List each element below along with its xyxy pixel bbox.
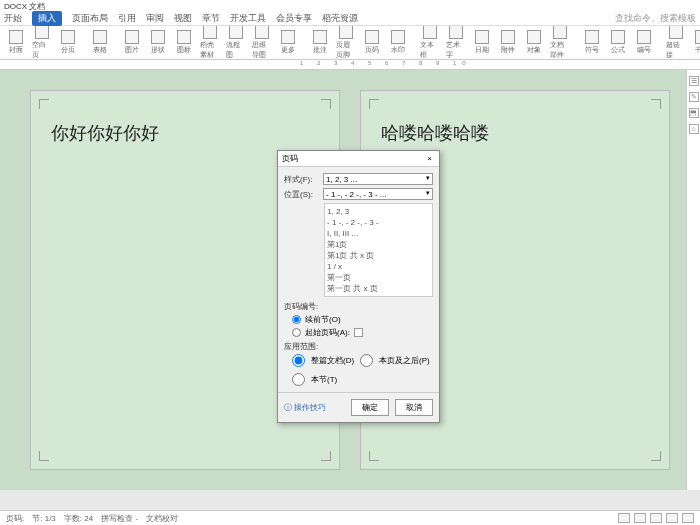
break-icon xyxy=(61,30,75,44)
cancel-button[interactable]: 取消 xyxy=(395,399,433,416)
ribbon-cover[interactable]: 封面 xyxy=(6,30,26,55)
format-option[interactable]: 第1页 xyxy=(327,239,430,250)
dialog-body: 样式(F): 1, 2, 3 ... 位置(S): - 1 -, - 2 -, … xyxy=(278,167,439,392)
format-option[interactable]: 第一页 共 x 页 xyxy=(327,283,430,294)
ribbon-pagenum[interactable]: 页码 xyxy=(362,30,382,55)
zoom-out-icon[interactable] xyxy=(666,513,678,523)
close-button[interactable]: × xyxy=(424,154,435,163)
tab-dev[interactable]: 开发工具 xyxy=(230,12,266,25)
tab-member[interactable]: 会员专享 xyxy=(276,12,312,25)
wordart-icon xyxy=(449,26,463,39)
status-spell[interactable]: 拼写检查 - xyxy=(101,513,138,524)
tab-review[interactable]: 审阅 xyxy=(146,12,164,25)
continue-radio[interactable] xyxy=(292,315,301,324)
side-tool-icon[interactable]: ✎ xyxy=(689,92,699,102)
view-mode-icon[interactable] xyxy=(634,513,646,523)
corner-icon xyxy=(39,451,49,461)
ribbon-link[interactable]: 超链接 xyxy=(666,26,686,60)
filename: DOCX 文档 xyxy=(4,1,45,12)
status-words[interactable]: 字数: 24 xyxy=(64,513,93,524)
zoom-in-icon[interactable] xyxy=(682,513,694,523)
view-mode-icon[interactable] xyxy=(650,513,662,523)
format-option[interactable]: 1 / x xyxy=(327,261,430,272)
tab-section[interactable]: 章节 xyxy=(202,12,220,25)
ribbon-more[interactable]: 更多 xyxy=(278,30,298,55)
flow-icon xyxy=(229,26,243,39)
numbering-label: 页码编号: xyxy=(284,301,433,312)
ok-button[interactable]: 确定 xyxy=(351,399,389,416)
position-select[interactable]: - 1 -, - 2 -, - 3 - ... xyxy=(323,188,433,200)
status-page[interactable]: 页码: xyxy=(6,513,24,524)
status-doc[interactable]: 文档校对 xyxy=(146,513,178,524)
ribbon-comment[interactable]: 批注 xyxy=(310,30,330,55)
parts-icon xyxy=(553,26,567,39)
ribbon-flow[interactable]: 流程图 xyxy=(226,26,246,60)
ribbon-iconlib[interactable]: 图标 xyxy=(174,30,194,55)
dialog-title: 页码 xyxy=(282,153,298,164)
ribbon-equation[interactable]: 公式 xyxy=(608,30,628,55)
tips-link[interactable]: ⓘ 操作技巧 xyxy=(284,402,326,413)
ribbon-date[interactable]: 日期 xyxy=(472,30,492,55)
corner-icon xyxy=(651,99,661,109)
table-icon xyxy=(93,30,107,44)
dialog-footer: ⓘ 操作技巧 确定 取消 xyxy=(278,392,439,422)
ribbon-watermark[interactable]: 水印 xyxy=(388,30,408,55)
apply-whole-radio[interactable] xyxy=(292,354,305,367)
search-hint[interactable]: 查找命令、搜索模板 xyxy=(615,12,696,25)
page-text[interactable]: 哈喽哈喽哈喽 xyxy=(381,121,649,145)
tab-view[interactable]: 视图 xyxy=(174,12,192,25)
tab-resource[interactable]: 稻壳资源 xyxy=(322,12,358,25)
start-radio[interactable] xyxy=(292,328,301,337)
tab-insert[interactable]: 插入 xyxy=(32,11,62,26)
ribbon-wordart[interactable]: 艺术字 xyxy=(446,26,466,60)
attach-icon xyxy=(501,30,515,44)
status-section[interactable]: 节: 1/3 xyxy=(32,513,56,524)
tab-layout[interactable]: 页面布局 xyxy=(72,12,108,25)
start-value-input[interactable] xyxy=(354,328,363,337)
format-option[interactable]: I, II, III ... xyxy=(327,228,430,239)
start-label: 起始页码(A): xyxy=(305,327,350,338)
ribbon-table[interactable]: 表格 xyxy=(90,30,110,55)
menu-tabs: 开始 插入 页面布局 引用 审阅 视图 章节 开发工具 会员专享 稻壳资源 查找… xyxy=(0,12,700,26)
ribbon-parts[interactable]: 文档部件 xyxy=(550,26,570,60)
ribbon-object[interactable]: 对象 xyxy=(524,30,544,55)
page-number-dialog: 页码 × 样式(F): 1, 2, 3 ... 位置(S): - 1 -, - … xyxy=(277,150,440,423)
corner-icon xyxy=(321,99,331,109)
view-mode-icon[interactable] xyxy=(618,513,630,523)
ribbon-number[interactable]: 编号 xyxy=(634,30,654,55)
format-option[interactable]: 第1页 共 x 页 xyxy=(327,250,430,261)
apply-current-radio[interactable] xyxy=(292,373,305,386)
object-icon xyxy=(527,30,541,44)
apply-section-radio[interactable] xyxy=(360,354,373,367)
ribbon-mind[interactable]: 思维导图 xyxy=(252,26,272,60)
format-option[interactable]: - 1 -, - 2 -, - 3 - xyxy=(327,217,430,228)
ribbon-header[interactable]: 页眉页脚 xyxy=(336,26,356,60)
page-text[interactable]: 你好你好你好 xyxy=(51,121,319,145)
style-select[interactable]: 1, 2, 3 ... xyxy=(323,173,433,185)
corner-icon xyxy=(321,451,331,461)
side-tool-icon[interactable]: ⌂ xyxy=(689,124,699,134)
ribbon-shape[interactable]: 形状 xyxy=(148,30,168,55)
ribbon-attach[interactable]: 附件 xyxy=(498,30,518,55)
format-option[interactable]: 第一页 xyxy=(327,272,430,283)
more-icon xyxy=(281,30,295,44)
side-tool-icon[interactable]: ☰ xyxy=(689,76,699,86)
watermark-icon xyxy=(391,30,405,44)
blank-icon xyxy=(35,26,49,39)
ribbon-image[interactable]: 图片 xyxy=(122,30,142,55)
ribbon-break[interactable]: 分页 xyxy=(58,30,78,55)
titlebar: DOCX 文档 xyxy=(0,0,700,12)
image-icon xyxy=(125,30,139,44)
continue-label: 续前节(O) xyxy=(305,314,341,325)
ribbon-blank[interactable]: 空白页 xyxy=(32,26,52,60)
ribbon-bookmark[interactable]: 书签 xyxy=(692,30,700,55)
tab-start[interactable]: 开始 xyxy=(4,12,22,25)
ribbon-symbol[interactable]: 符号 xyxy=(582,30,602,55)
format-option[interactable]: 1, 2, 3 xyxy=(327,206,430,217)
ribbon-textbox[interactable]: 文本框 xyxy=(420,26,440,60)
dialog-titlebar: 页码 × xyxy=(278,151,439,167)
tab-reference[interactable]: 引用 xyxy=(118,12,136,25)
side-tool-icon[interactable]: ⬒ xyxy=(689,108,699,118)
corner-icon xyxy=(369,99,379,109)
ribbon-asset[interactable]: 稻壳素材 xyxy=(200,26,220,60)
